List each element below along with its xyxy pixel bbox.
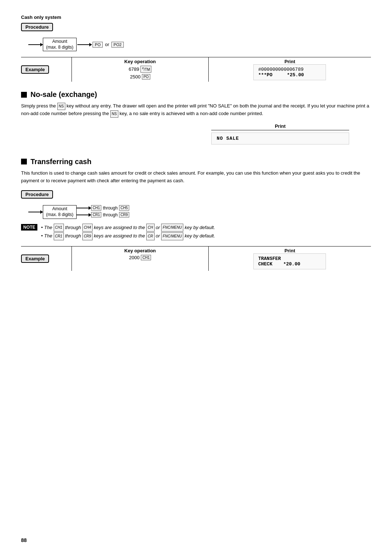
ch4-note: CH4 — [82, 224, 93, 232]
no-sale-print-box: NO SALE — [211, 133, 349, 144]
ch1-key-entry: CH1 — [141, 255, 151, 260]
print-header-1: Print — [212, 59, 367, 64]
example-col-2: Example — [21, 247, 72, 271]
ch1-key-flow: CH1 — [91, 205, 101, 211]
htm-key: #/TM — [140, 66, 151, 72]
no-sale-square — [21, 92, 27, 98]
transfer-flow-diagram: Amount (max. 8 digits) CH1 through CH5 C… — [28, 205, 371, 219]
transfer-note: NOTE • The CH1 through CH4 keys are assi… — [21, 223, 371, 240]
transferring-title: Transferring cash — [30, 158, 91, 166]
procedure-badge-2: Procedure — [21, 190, 53, 199]
po2-key-1: PO2 — [111, 42, 124, 48]
cr1-note: CR1 — [54, 232, 64, 240]
note-content: • The CH1 through CH4 keys are assigned … — [41, 223, 215, 240]
ns-key-2: NS — [110, 110, 118, 118]
no-sale-print-area: Print NO SALE — [211, 123, 349, 144]
no-sale-print-line: NO SALE — [217, 136, 344, 141]
ch-note: CH — [146, 224, 154, 232]
no-sale-title: No-sale (exchange) — [30, 90, 97, 99]
no-sale-header: No-sale (exchange) — [21, 90, 371, 99]
kp-entry-transfer: 2000 CH1 — [75, 255, 205, 260]
no-sale-section: No-sale (exchange) Simply press the NS k… — [21, 90, 371, 144]
cr9-note: CR9 — [82, 232, 93, 240]
cr-note: CR — [146, 232, 154, 240]
kp-entry-2: 2500 PO — [75, 74, 205, 80]
po-key-1: PO — [93, 42, 103, 48]
cash-flow-diagram: Amount (max. 8 digits) PO or PO2 — [28, 38, 371, 51]
example-col-1: Example — [21, 57, 72, 82]
ns-key-1: NS — [57, 103, 65, 110]
transfer-example-row: Example Key operation 2000 CH1 Print TRA… — [21, 246, 371, 271]
key-operation-col-2: Key operation 2000 CH1 — [72, 247, 209, 271]
cash-example-row: Example Key operation 6789 #/TM 2500 PO … — [21, 57, 371, 82]
key-operation-header-1: Key operation — [75, 59, 205, 64]
transferring-square — [21, 159, 27, 164]
transferring-header: Transferring cash — [21, 158, 371, 166]
note-label: NOTE — [21, 224, 37, 231]
fnc-menu-note-2: FNC/MENU — [161, 232, 183, 240]
transferring-section: Transferring cash This function is used … — [21, 158, 371, 271]
example-badge-2: Example — [21, 254, 49, 263]
page-number: 88 — [21, 537, 27, 543]
procedure-badge-1: Procedure — [21, 23, 53, 31]
fnc-menu-note-1: FNC/MENU — [161, 224, 183, 232]
or-text-1: or — [105, 42, 109, 47]
po-key-entry: PO — [142, 74, 150, 80]
ch5-key-flow: CH5 — [119, 205, 129, 211]
kp-entry-1: 6789 #/TM — [75, 66, 205, 72]
cash-only-section: Cash only system Procedure Amount (max. … — [21, 15, 371, 82]
key-operation-col-1: Key operation 6789 #/TM 2500 PO — [72, 57, 209, 82]
cr1-key-flow: CR1 — [91, 212, 101, 217]
print-header-2: Print — [212, 248, 367, 253]
no-sale-print-header: Print — [211, 123, 349, 130]
transferring-body: This function is used to change cash sal… — [21, 170, 371, 185]
amount-box-1: Amount (max. 8 digits) — [43, 38, 77, 51]
no-sale-body: Simply press the NS key without any entr… — [21, 102, 371, 118]
print-box-2: TRANSFER CHECK*20.00 — [253, 253, 326, 269]
cash-only-label: Cash only system — [21, 15, 371, 20]
print-col-2: Print TRANSFER CHECK*20.00 — [209, 247, 371, 271]
print-col-1: Print #000000000006789 ***PO*25.00 — [209, 57, 371, 82]
print-box-1: #000000000006789 ***PO*25.00 — [253, 64, 326, 80]
example-badge-1: Example — [21, 65, 49, 74]
amount-box-2: Amount (max. 8 digits) — [43, 205, 77, 219]
key-operation-header-2: Key operation — [75, 248, 205, 253]
ch1-note: CH1 — [54, 224, 64, 232]
cr9-key-flow: CR9 — [119, 212, 129, 217]
